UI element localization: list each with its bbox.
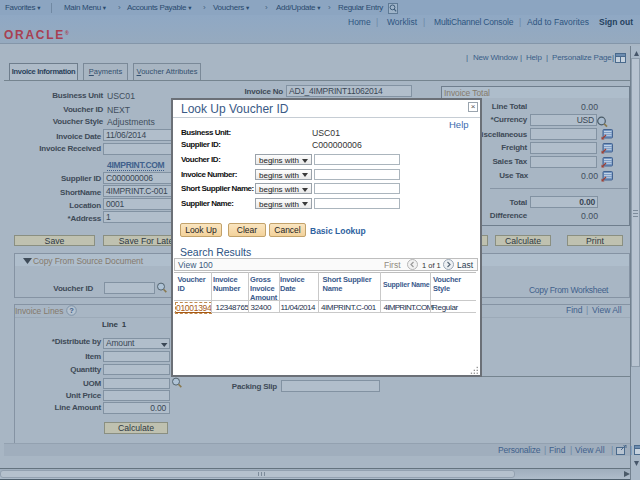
svg-text:?: ? (69, 306, 74, 315)
